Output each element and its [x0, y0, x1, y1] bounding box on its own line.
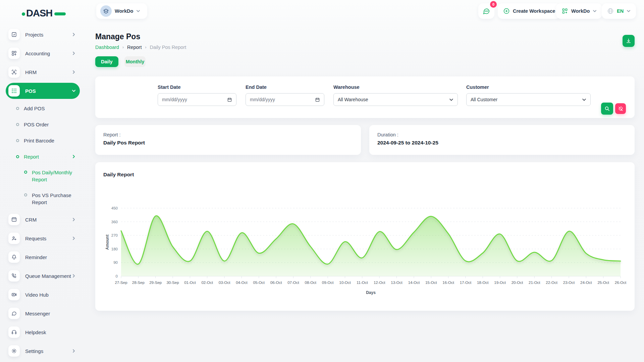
calendar-icon [227, 97, 232, 102]
start-date-group: Start Date mm/dd/yyyy [158, 84, 236, 106]
breadcrumb: Dashboard›Report›Daily Pos Report [95, 45, 186, 50]
sidebar-item-add-pos[interactable]: Add POS [6, 100, 80, 116]
svg-text:17-Oct: 17-Oct [460, 281, 472, 285]
svg-text:90: 90 [113, 260, 118, 264]
eraser-off-icon [618, 106, 623, 111]
svg-text:05-Oct: 05-Oct [253, 281, 265, 285]
start-date-placeholder: mm/dd/yyyy [162, 97, 187, 102]
bullet-icon [16, 123, 19, 126]
sidebar-item-label: Requests [25, 235, 46, 242]
search-button[interactable] [601, 103, 613, 115]
svg-text:23-Oct: 23-Oct [563, 281, 575, 285]
workspace-switcher[interactable]: WorkDo [96, 3, 147, 19]
sidebar-item-messenger[interactable]: Messenger [6, 304, 80, 323]
sidebar-item-requests[interactable]: Requests [6, 229, 80, 248]
sidebar-item-hrm[interactable]: HRM [6, 63, 80, 81]
customer-select[interactable]: All Customer [466, 93, 591, 106]
workdo-menu-button[interactable]: WorkDo [556, 3, 602, 19]
end-date-input[interactable]: mm/dd/yyyy [246, 93, 324, 106]
svg-text:18-Oct: 18-Oct [477, 281, 489, 285]
sidebar-item-report[interactable]: Report [6, 148, 80, 165]
sidebar-item-label: POS [25, 87, 36, 95]
phone-icon [8, 270, 20, 282]
sidebar: ProjectsAccountingHRMPOSAdd POSPOS Order… [6, 25, 80, 360]
svg-text:13-Oct: 13-Oct [391, 281, 402, 285]
bell-icon [8, 251, 20, 263]
breadcrumb-item-1: Report [127, 45, 142, 50]
sidebar-item-pos[interactable]: POS [6, 83, 80, 99]
daily-report-chart-card: Daily Report 090180270360450 27-Sep28-Se… [95, 162, 635, 311]
app-window: DASH WorkDo 0 Create Workspace WorkDo [0, 0, 644, 362]
chevron-down-icon [136, 9, 140, 13]
message-icon [8, 308, 20, 319]
svg-text:27-Sep: 27-Sep [115, 281, 127, 285]
create-workspace-button[interactable]: Create Workspace [498, 3, 560, 19]
calendar-icon [315, 97, 320, 102]
sidebar-item-helpdesk[interactable]: Helpdesk [6, 323, 80, 342]
workspace-name: WorkDo [115, 8, 133, 14]
checkbox-icon [8, 29, 20, 40]
bullet-icon [16, 155, 19, 158]
bullet-icon [16, 139, 19, 142]
reset-filter-button[interactable] [615, 103, 626, 114]
breadcrumb-item-0[interactable]: Dashboard [95, 45, 119, 50]
tab-daily[interactable]: Daily [95, 56, 118, 67]
svg-text:01-Oct: 01-Oct [184, 281, 196, 285]
svg-text:15-Oct: 15-Oct [425, 281, 437, 285]
logo-dot-icon [22, 12, 25, 16]
bullet-icon [16, 107, 19, 110]
sidebar-item-accounting[interactable]: Accounting [6, 44, 80, 63]
language-selector[interactable]: EN [602, 3, 636, 19]
report-summary-card: Report : Daily Pos Report [95, 125, 361, 155]
svg-text:12-Oct: 12-Oct [374, 281, 385, 285]
bullet-icon [24, 193, 27, 196]
user-scan-icon [8, 66, 20, 78]
globe-icon [607, 8, 614, 14]
user-plus-icon [8, 233, 20, 244]
end-date-group: End Date mm/dd/yyyy [246, 84, 324, 106]
svg-text:08-Oct: 08-Oct [305, 281, 317, 285]
sidebar-item-label: CRM [25, 216, 37, 223]
workspace-avatar [100, 5, 112, 17]
sidebar-item-settings[interactable]: Settings [6, 342, 80, 360]
notifications-button[interactable]: 0 [478, 3, 494, 19]
sidebar-item-queue-management[interactable]: Queue Management [6, 266, 80, 285]
page-title: Manage Pos [95, 32, 140, 41]
svg-text:03-Oct: 03-Oct [219, 281, 230, 285]
daily-report-area-chart[interactable]: 090180270360450 27-Sep28-Sep29-Sep30-Sep… [103, 186, 627, 301]
sidebar-item-label: Projects [25, 31, 43, 38]
language-code: EN [617, 8, 624, 14]
download-report-button[interactable] [623, 35, 635, 47]
sidebar-item-crm[interactable]: CRM [6, 210, 80, 229]
svg-text:Amount: Amount [105, 235, 110, 250]
start-date-input[interactable]: mm/dd/yyyy [158, 93, 236, 106]
svg-text:11-Oct: 11-Oct [357, 281, 368, 285]
sidebar-item-reminder[interactable]: Reminder [6, 248, 80, 266]
sidebar-item-projects[interactable]: Projects [6, 25, 80, 44]
sidebar-item-pos-order[interactable]: POS Order [6, 116, 80, 132]
warehouse-select[interactable]: All Warehouse [333, 93, 458, 106]
sidebar-item-pos-vs-purchase-report[interactable]: Pos VS Purchase Report [6, 187, 80, 210]
dots-grid-icon [8, 85, 20, 97]
svg-text:20-Oct: 20-Oct [512, 281, 523, 285]
sidebar-item-label: Pos VS Purchase Report [32, 192, 76, 206]
sidebar-item-label: Messenger [25, 310, 50, 317]
tab-monthly[interactable]: Monthly [124, 56, 146, 67]
duration-summary-card: Duration : 2024-09-25 to 2024-10-25 [369, 125, 635, 155]
video-icon [8, 289, 20, 300]
chevron-down-icon [593, 9, 597, 13]
sidebar-item-pos-daily-monthly-report[interactable]: Pos Daily/Monthly Report [6, 165, 80, 187]
svg-text:30-Sep: 30-Sep [166, 281, 179, 285]
sidebar-item-label: Settings [25, 348, 43, 355]
sidebar-item-print-barcode[interactable]: Print Barcode [6, 132, 80, 148]
dash-logo[interactable]: DASH [21, 7, 67, 19]
start-date-label: Start Date [158, 84, 236, 90]
svg-text:270: 270 [111, 233, 118, 237]
sidebar-item-video-hub[interactable]: Video Hub [6, 285, 80, 304]
notification-badge: 0 [490, 1, 497, 8]
svg-text:360: 360 [111, 220, 118, 224]
svg-text:02-Oct: 02-Oct [201, 281, 213, 285]
svg-text:04-Oct: 04-Oct [236, 281, 248, 285]
breadcrumb-item-2: Daily Pos Report [150, 45, 186, 50]
svg-text:450: 450 [111, 206, 118, 210]
